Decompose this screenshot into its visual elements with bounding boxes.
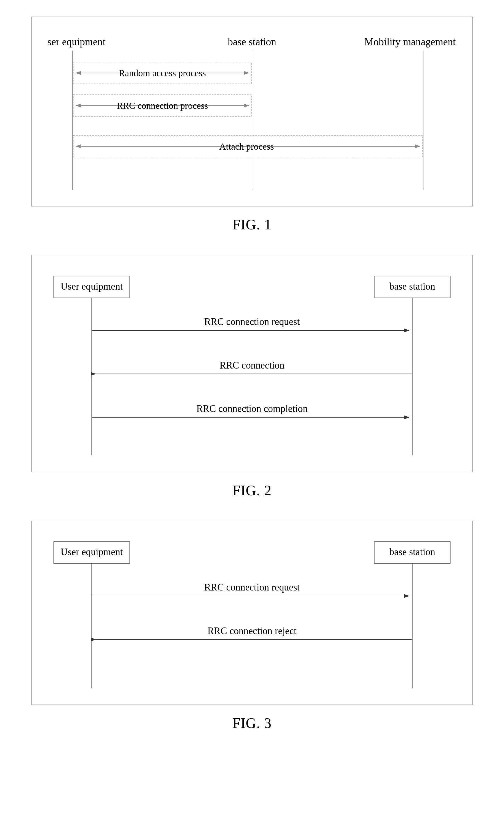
fig3-bs-label: base station	[389, 546, 435, 557]
fig2-msg1-label: RRC connection request	[204, 316, 300, 327]
fig1-arrow1-label: Random access process	[119, 68, 206, 78]
fig2-ue-label: User equipment	[61, 281, 123, 292]
fig3-svg: User equipment base station RRC connecti…	[48, 535, 456, 690]
fig1-ue-label: User equipment	[48, 36, 106, 47]
fig1-arrow3-label: Attach process	[219, 141, 274, 152]
figure-2-diagram: User equipment base station RRC connecti…	[31, 255, 473, 472]
fig3-msg1-label: RRC connection request	[204, 582, 300, 593]
fig3-caption: FIG. 3	[232, 715, 272, 731]
figure-2-container: User equipment base station RRC connecti…	[31, 255, 473, 499]
fig2-bs-label: base station	[389, 281, 435, 292]
fig1-mme-label: Mobility management entity	[364, 36, 456, 47]
fig2-caption: FIG. 2	[232, 482, 272, 499]
figure-3-container: User equipment base station RRC connecti…	[31, 521, 473, 731]
fig2-msg3-label: RRC connection completion	[196, 403, 307, 414]
figure-1-diagram: User equipment base station Mobility man…	[31, 17, 473, 206]
fig1-bs-label: base station	[228, 36, 276, 47]
page: User equipment base station Mobility man…	[0, 0, 504, 813]
figure-3-diagram: User equipment base station RRC connecti…	[31, 521, 473, 705]
fig2-msg2-label: RRC connection	[219, 360, 284, 371]
fig3-ue-label: User equipment	[61, 546, 123, 557]
figure-1-container: User equipment base station Mobility man…	[31, 17, 473, 233]
fig2-svg: User equipment base station RRC connecti…	[48, 269, 456, 457]
fig1-svg: User equipment base station Mobility man…	[48, 31, 456, 191]
fig3-msg2-label: RRC connection reject	[208, 625, 297, 636]
fig1-caption: FIG. 1	[232, 216, 272, 233]
fig1-arrow2-label: RRC connection process	[117, 100, 208, 111]
